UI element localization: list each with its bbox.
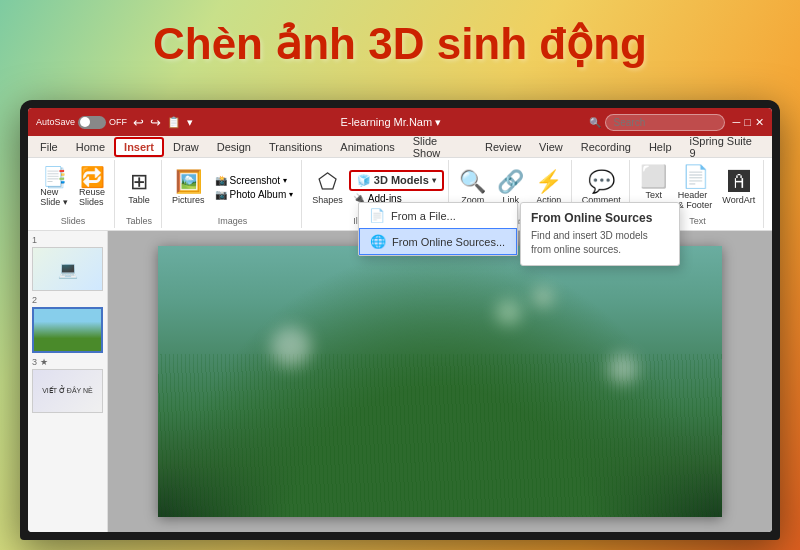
photo-album-label: Photo Album	[230, 189, 287, 200]
from-online-label: From Online Sources...	[392, 236, 505, 248]
title-bar-center: E-learning Mr.Nam ▾	[340, 116, 441, 129]
menu-slideshow[interactable]: Slide Show	[405, 133, 475, 161]
three-d-dropdown-menu: 📄 From a File... 🌐 From Online Sources..…	[358, 202, 518, 256]
reuse-label: ReuseSlides	[79, 187, 105, 207]
autosave-toggle[interactable]	[78, 116, 106, 129]
slide-1-thumb[interactable]: 💻	[32, 247, 103, 291]
minimize-btn[interactable]: ─	[733, 116, 741, 128]
shapes-button[interactable]: ⬠ Shapes	[308, 167, 347, 207]
slides-buttons: 📑 NewSlide ▾ 🔁 ReuseSlides	[36, 162, 110, 212]
tooltip-description: Find and insert 3D models from online so…	[531, 229, 669, 257]
menu-transitions[interactable]: Transitions	[261, 139, 330, 155]
three-d-label: 3D Models	[374, 174, 429, 186]
shapes-icon: ⬠	[318, 169, 337, 195]
slide-2-bg	[34, 309, 101, 351]
title-dropdown-icon[interactable]: ▾	[435, 116, 441, 128]
images-group-label: Images	[218, 214, 248, 226]
laptop-container: AutoSave OFF ↩ ↪ 📋 ▾ E-learning Mr.Nam ▾	[20, 100, 780, 540]
more-icon[interactable]: ▾	[187, 116, 193, 129]
doc-title: E-learning Mr.Nam	[340, 116, 432, 128]
from-file-label: From a File...	[391, 210, 456, 222]
grass-background	[158, 246, 722, 517]
new-slide-button[interactable]: 📑 NewSlide ▾	[36, 165, 72, 209]
three-d-models-button[interactable]: 🧊 3D Models ▾	[349, 170, 444, 191]
slide-3-text: VIẾT Ở ĐÂY NÈ	[42, 387, 93, 395]
slide-1-container[interactable]: 1 💻	[32, 235, 103, 291]
slide-3-thumb[interactable]: VIẾT Ở ĐÂY NÈ	[32, 369, 103, 413]
menu-view[interactable]: View	[531, 139, 571, 155]
from-online-sources-item[interactable]: 🌐 From Online Sources...	[359, 228, 517, 255]
reuse-slides-icon: 🔁	[80, 167, 105, 187]
slides-panel: 1 💻 2	[28, 231, 108, 532]
title-bar-left: AutoSave OFF ↩ ↪ 📋 ▾	[36, 115, 193, 130]
text-group-label: Text	[689, 214, 706, 226]
action-button[interactable]: ⚡ Action	[531, 167, 567, 207]
canvas-area	[108, 231, 772, 532]
header-footer-button[interactable]: 📄 Header& Footer	[674, 162, 717, 212]
title-bar-right: 🔍 ─ □ ✕	[589, 114, 764, 131]
three-d-icon: 🧊	[357, 174, 371, 187]
slide-2-thumb[interactable]	[32, 307, 103, 353]
menu-recording[interactable]: Recording	[573, 139, 639, 155]
search-input[interactable]	[605, 114, 725, 131]
slide-2-number: 2	[32, 295, 103, 305]
title-bar: AutoSave OFF ↩ ↪ 📋 ▾ E-learning Mr.Nam ▾	[28, 108, 772, 136]
undo-icon[interactable]: ↩	[133, 115, 144, 130]
menu-animations[interactable]: Animations	[332, 139, 402, 155]
pictures-button[interactable]: 🖼️ Pictures	[168, 167, 209, 207]
table-button[interactable]: ⊞ Table	[121, 167, 157, 207]
images-buttons: 🖼️ Pictures 📸 Screenshot ▾ 📷	[168, 162, 297, 212]
slide-3-image: VIẾT Ở ĐÂY NÈ	[33, 370, 102, 412]
text-box-icon: ⬜	[640, 164, 667, 190]
slide-canvas	[158, 246, 722, 517]
search-icon: 🔍	[589, 117, 601, 128]
tooltip-title: From Online Sources	[531, 211, 669, 225]
reuse-slides-button[interactable]: 🔁 ReuseSlides	[74, 165, 110, 209]
laptop-screen: AutoSave OFF ↩ ↪ 📋 ▾ E-learning Mr.Nam ▾	[28, 108, 772, 532]
slide-3-bg: VIẾT Ở ĐÂY NÈ	[33, 370, 102, 412]
restore-btn[interactable]: □	[744, 116, 751, 128]
menu-file[interactable]: File	[32, 139, 66, 155]
shapes-label: Shapes	[312, 195, 343, 205]
new-slide-icon: 📑	[42, 167, 67, 187]
menu-home[interactable]: Home	[68, 139, 113, 155]
dropdown-arrow-icon: ▾	[432, 176, 436, 185]
screenshot-icon: 📸	[215, 175, 227, 186]
bokeh-1	[271, 327, 311, 367]
bokeh-3	[608, 354, 638, 384]
close-btn[interactable]: ✕	[755, 116, 764, 129]
menu-help[interactable]: Help	[641, 139, 680, 155]
from-file-item[interactable]: 📄 From a File...	[359, 203, 517, 228]
menu-review[interactable]: Review	[477, 139, 529, 155]
ribbon-group-images: 🖼️ Pictures 📸 Screenshot ▾ 📷	[164, 160, 302, 228]
new-slide-label: NewSlide ▾	[40, 187, 68, 207]
redo-icon[interactable]: ↪	[150, 115, 161, 130]
screenshot-button[interactable]: 📸 Screenshot ▾	[211, 174, 298, 187]
menu-insert[interactable]: Insert	[115, 138, 163, 156]
link-button[interactable]: 🔗 Link	[493, 167, 529, 207]
photo-album-button[interactable]: 📷 Photo Album ▾	[211, 188, 298, 201]
slide-1-bg: 💻	[33, 248, 102, 290]
link-icon: 🔗	[497, 169, 524, 195]
slide-3-container[interactable]: 3 ★ VIẾT Ở ĐÂY NÈ	[32, 357, 103, 413]
tables-buttons: ⊞ Table	[121, 162, 157, 212]
wordart-button[interactable]: 🅰 WordArt	[718, 167, 759, 207]
autosave-area: AutoSave OFF	[36, 116, 127, 129]
autosave-label: AutoSave	[36, 117, 75, 127]
main-area: 1 💻 2	[28, 231, 772, 532]
menu-ispring[interactable]: iSpring Suite 9	[682, 133, 768, 161]
slide-3-number: 3 ★	[32, 357, 103, 367]
qat-icon[interactable]: 📋	[167, 116, 181, 129]
menu-design[interactable]: Design	[209, 139, 259, 155]
zoom-button[interactable]: 🔍 Zoom	[455, 167, 491, 207]
wordart-label: WordArt	[722, 195, 755, 205]
menu-draw[interactable]: Draw	[165, 139, 207, 155]
slide-2-image	[34, 309, 101, 351]
comment-button[interactable]: 💬 Comment	[578, 167, 625, 207]
comment-icon: 💬	[588, 169, 615, 195]
laptop-frame: AutoSave OFF ↩ ↪ 📋 ▾ E-learning Mr.Nam ▾	[20, 100, 780, 540]
slide-1-number: 1	[32, 235, 103, 245]
bokeh-2	[496, 300, 521, 325]
slides-group-label: Slides	[61, 214, 86, 226]
slide-2-container[interactable]: 2	[32, 295, 103, 353]
